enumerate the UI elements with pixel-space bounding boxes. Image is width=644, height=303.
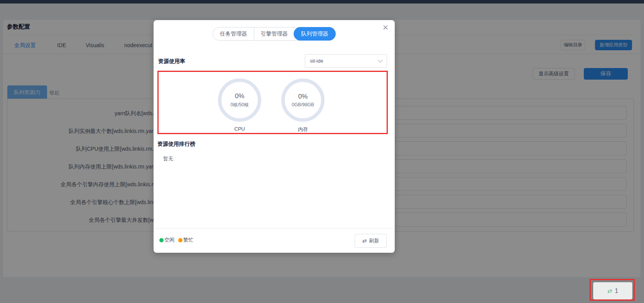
modal-tab-group: 任务管理器 引擎管理器 队列管理器	[213, 27, 336, 41]
close-icon[interactable]: ✕	[382, 24, 389, 31]
idle-label: 空闲	[164, 237, 174, 243]
cpu-gauge: 0% 0核/50核	[218, 78, 261, 122]
page-number: 1	[615, 288, 618, 294]
cpu-detail: 0核/50核	[230, 102, 248, 108]
ranking-empty-text: 暂无	[163, 155, 173, 162]
queue-select-value: sit-ide	[310, 58, 323, 64]
tab-engine-manager[interactable]: 引擎管理器	[254, 27, 294, 40]
queue-select[interactable]: sit-ide	[305, 54, 387, 68]
refresh-icon: ⇄	[362, 238, 367, 244]
busy-dot-icon	[178, 238, 183, 242]
status-legend: 空闲 繁忙	[159, 237, 193, 243]
queue-manager-modal: ✕ 任务管理器 引擎管理器 队列管理器 资源使用率 sit-ide 0% 0核/…	[154, 20, 395, 253]
footer-divider	[154, 228, 395, 228]
resource-usage-label: 资源使用率	[158, 58, 185, 65]
chevron-down-icon	[378, 58, 383, 63]
tab-task-manager[interactable]: 任务管理器	[213, 27, 254, 40]
cpu-gauge-label: CPU	[218, 126, 261, 132]
pagination-button[interactable]: ⇄ 1	[593, 282, 632, 300]
memory-detail: 0GB/98GB	[292, 102, 314, 107]
tab-queue-manager[interactable]: 队列管理器	[294, 27, 336, 41]
busy-label: 繁忙	[183, 237, 193, 243]
refresh-label: 刷新	[369, 237, 379, 244]
refresh-button[interactable]: ⇄ 刷新	[355, 234, 387, 248]
ranking-label: 资源使用排行榜	[157, 141, 195, 148]
memory-percent: 0%	[298, 93, 308, 100]
cpu-percent: 0%	[235, 92, 245, 100]
memory-gauge-label: 内存	[281, 126, 325, 133]
memory-gauge: 0% 0GB/98GB	[281, 78, 325, 122]
swap-arrows-icon: ⇄	[607, 288, 612, 294]
idle-dot-icon	[159, 238, 164, 242]
